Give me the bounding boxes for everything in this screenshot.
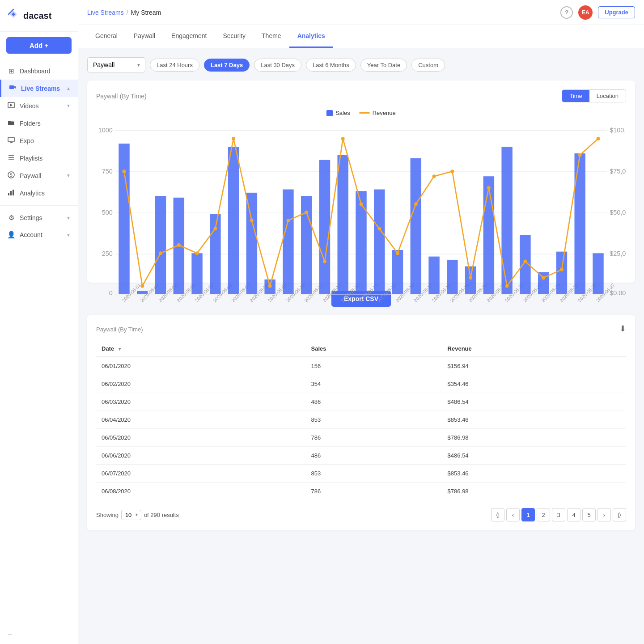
cell-date: 06/05/2020	[96, 429, 306, 447]
logo-text: dacast	[23, 11, 51, 21]
videos-icon	[7, 102, 15, 110]
chart-header: Paywall (By Time) Time Location	[96, 89, 626, 102]
cell-sales: 853	[306, 465, 442, 483]
sidebar-item-label: Videos	[20, 102, 39, 110]
sidebar-item-videos[interactable]: Videos ▼	[0, 97, 78, 114]
cell-revenue: $853.46	[442, 411, 626, 429]
analytics-type-select[interactable]: Paywall Viewers Bandwidth	[87, 57, 145, 72]
svg-point-83	[140, 284, 144, 288]
page-next-btn[interactable]: ›	[597, 508, 611, 521]
sidebar-item-label: Settings	[20, 214, 42, 221]
svg-rect-66	[465, 267, 476, 294]
cell-sales: 156	[306, 357, 442, 375]
chart-view-time-btn[interactable]: Time	[562, 90, 589, 102]
page-btn-3[interactable]: 3	[552, 508, 565, 521]
table-card-header: Paywall (By Time) ⬇	[96, 324, 626, 334]
cell-date: 06/03/2020	[96, 393, 306, 411]
sidebar-item-paywall[interactable]: $ Paywall ▼	[0, 167, 78, 184]
avatar[interactable]: EA	[578, 5, 593, 20]
per-page-wrap: 10 25 50	[121, 510, 141, 520]
tab-theme[interactable]: Theme	[254, 25, 289, 48]
tab-paywall[interactable]: Paywall	[126, 25, 163, 48]
sidebar-back-btn[interactable]: ←	[0, 624, 78, 644]
tab-analytics[interactable]: Analytics	[289, 25, 333, 48]
svg-text:$: $	[10, 173, 13, 178]
cell-revenue: $853.46	[442, 465, 626, 483]
page-btn-2[interactable]: 2	[537, 508, 550, 521]
add-button[interactable]: Add +	[6, 37, 72, 54]
sidebar-item-dashboard[interactable]: ⊞ Dashboard	[0, 63, 78, 80]
svg-text:$25,000.00: $25,000.00	[610, 250, 626, 257]
col-revenue: Revenue	[442, 341, 626, 357]
sidebar-item-analytics[interactable]: Analytics	[0, 184, 78, 202]
sidebar-item-settings[interactable]: ⚙ Settings ▼	[0, 209, 78, 226]
time-btn-last30d[interactable]: Last 30 Days	[254, 59, 301, 72]
table-row: 06/05/2020 786 $786.98	[96, 429, 626, 447]
pagination-bar: Showing 10 25 50 of 290 results	[96, 508, 626, 521]
chevron-down-icon: ▼	[66, 233, 71, 237]
svg-text:$100,000.00: $100,000.00	[610, 127, 626, 134]
playlists-icon	[7, 154, 15, 162]
cell-sales: 354	[306, 375, 442, 393]
svg-rect-60	[411, 158, 421, 294]
dashboard-icon: ⊞	[7, 67, 15, 75]
back-arrow-icon: ←	[7, 631, 13, 638]
sidebar-item-label: Dashboard	[20, 68, 51, 75]
svg-rect-0	[9, 85, 14, 89]
analytics-icon	[7, 189, 15, 197]
time-btn-last7d[interactable]: Last 7 Days	[204, 59, 250, 72]
svg-point-106	[560, 268, 564, 271]
tab-general[interactable]: General	[87, 25, 126, 48]
cell-date: 06/04/2020	[96, 411, 306, 429]
per-page-select[interactable]: 10 25 50	[121, 510, 141, 520]
page-first-btn[interactable]: ⟨|	[491, 508, 504, 521]
download-icon[interactable]: ⬇	[619, 324, 626, 334]
svg-rect-62	[428, 257, 439, 294]
table-head: Date ▼ Sales Revenue	[96, 341, 626, 357]
svg-point-99	[432, 174, 436, 178]
sidebar-item-playlists[interactable]: Playlists	[0, 149, 78, 167]
cell-revenue: $786.98	[442, 429, 626, 447]
svg-point-94	[341, 137, 345, 140]
chart-view-location-btn[interactable]: Location	[589, 90, 626, 102]
tab-security[interactable]: Security	[215, 25, 254, 48]
svg-rect-54	[356, 191, 366, 294]
page-btn-5[interactable]: 5	[582, 508, 596, 521]
svg-rect-52	[338, 155, 348, 294]
cell-revenue: $156.94	[442, 357, 626, 375]
sidebar-item-label: Account	[20, 231, 42, 238]
svg-rect-46	[283, 190, 293, 294]
sidebar-item-expo[interactable]: Expo	[0, 132, 78, 149]
sidebar-item-live-streams[interactable]: Live Streams ▲	[0, 80, 78, 97]
help-button[interactable]: ?	[560, 6, 573, 19]
svg-rect-11	[10, 191, 12, 195]
svg-point-86	[195, 251, 199, 255]
time-btn-custom[interactable]: Custom	[411, 59, 445, 72]
cell-revenue: $786.98	[442, 483, 626, 500]
sidebar-item-folders[interactable]: Folders	[0, 114, 78, 132]
col-date[interactable]: Date ▼	[96, 341, 306, 357]
table-subtitle: (By Time)	[118, 326, 143, 333]
page-last-btn[interactable]: |⟩	[613, 508, 626, 521]
svg-point-82	[123, 169, 126, 173]
tab-engagement[interactable]: Engagement	[163, 25, 215, 48]
time-btn-ytd[interactable]: Year To Date	[360, 59, 407, 72]
time-btn-last24h[interactable]: Last 24 Hours	[150, 59, 199, 72]
cell-revenue: $486.54	[442, 447, 626, 465]
page-btn-4[interactable]: 4	[567, 508, 580, 521]
sidebar-item-account[interactable]: 👤 Account ▼	[0, 226, 78, 243]
total-results: of 290 results	[144, 512, 179, 518]
main-area: Live Streams / My Stream ? EA Upgrade Ge…	[78, 0, 644, 644]
table-row: 06/06/2020 486 $486.54	[96, 447, 626, 465]
upgrade-button[interactable]: Upgrade	[598, 6, 635, 18]
time-btn-last6m[interactable]: Last 6 Months	[306, 59, 356, 72]
svg-point-90	[268, 284, 272, 288]
page-btn-1[interactable]: 1	[521, 508, 535, 521]
svg-rect-74	[538, 272, 549, 294]
settings-icon: ⚙	[7, 214, 15, 222]
svg-rect-58	[392, 250, 403, 294]
breadcrumb-live-streams[interactable]: Live Streams	[87, 9, 124, 16]
sidebar-item-label: Folders	[20, 120, 41, 127]
page-prev-btn[interactable]: ‹	[506, 508, 520, 521]
sidebar-item-label: Live Streams	[21, 85, 60, 92]
